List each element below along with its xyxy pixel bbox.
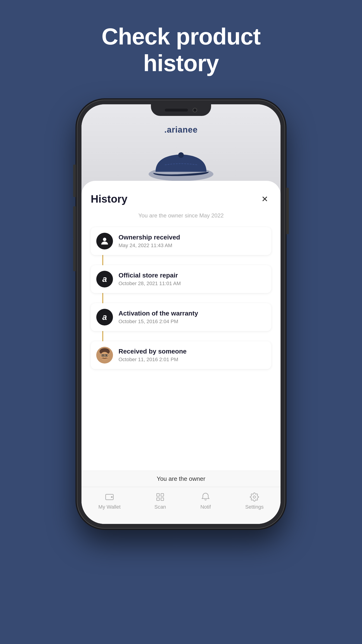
notch-camera <box>192 108 197 112</box>
timeline-item: Received by someone October 11, 2016 2:0… <box>91 341 271 369</box>
person-icon <box>100 236 110 246</box>
svg-point-19 <box>253 496 256 498</box>
gear-icon <box>249 492 260 502</box>
timeline-item: a Activation of the warranty October 15,… <box>91 303 271 331</box>
timeline-item-title: Ownership received <box>119 234 266 241</box>
nav-label-wallet: My Wallet <box>98 504 121 510</box>
svg-point-1 <box>178 152 184 158</box>
page-headline: Check product history <box>101 23 260 76</box>
nav-item-notif[interactable]: Notif <box>200 492 211 510</box>
svg-rect-18 <box>161 498 164 500</box>
timeline-item: a Official store repair October 28, 2021… <box>91 265 271 293</box>
timeline-connector <box>102 255 103 265</box>
brand-logo: .arianee <box>164 125 198 135</box>
svg-point-8 <box>102 355 104 356</box>
arianee-logo-letter-2: a <box>102 312 107 322</box>
timeline-item-title: Received by someone <box>119 348 266 355</box>
avatar-arianee-2: a <box>96 309 113 326</box>
scan-icon <box>154 492 166 502</box>
arianee-logo-letter: a <box>102 274 107 284</box>
timeline-item-title: Official store repair <box>119 272 266 279</box>
notch-speaker <box>165 109 188 112</box>
svg-rect-15 <box>157 494 160 496</box>
timeline-item-date: October 28, 2021 11:01 AM <box>119 280 266 286</box>
svg-rect-16 <box>161 494 164 496</box>
bell-icon <box>200 492 211 502</box>
nav-label-notif: Notif <box>200 504 211 510</box>
svg-point-9 <box>106 355 107 356</box>
timeline-connector <box>102 293 103 303</box>
avatar-arianee: a <box>96 271 113 288</box>
timeline-connector <box>102 331 103 341</box>
avatar-face <box>96 347 113 364</box>
timeline: Ownership received May 24, 2022 11:43 AM… <box>91 227 271 369</box>
nav-item-settings[interactable]: Settings <box>245 492 264 510</box>
nav-item-scan[interactable]: Scan <box>154 492 166 510</box>
timeline-item-title: Activation of the warranty <box>119 310 266 317</box>
nav-label-settings: Settings <box>245 504 264 510</box>
svg-rect-17 <box>157 498 160 500</box>
timeline-item-date: October 11, 2016 2:01 PM <box>119 356 266 362</box>
owner-strip: You are the owner <box>81 470 281 487</box>
owner-since-text: You are the owner since May 2022 <box>91 212 271 219</box>
wallet-icon <box>104 492 115 502</box>
timeline-item-info: Received by someone October 11, 2016 2:0… <box>119 348 266 362</box>
timeline-item-date: May 24, 2022 11:43 AM <box>119 242 266 248</box>
face-illustration <box>96 347 113 364</box>
timeline-item-info: Official store repair October 28, 2021 1… <box>119 272 266 286</box>
phone-notch <box>151 104 211 116</box>
svg-point-14 <box>111 496 112 497</box>
timeline-item: Ownership received May 24, 2022 11:43 AM <box>91 227 271 255</box>
owner-strip-text: You are the owner <box>157 475 205 482</box>
close-button[interactable] <box>258 192 271 206</box>
svg-point-4 <box>103 238 106 241</box>
modal-title: History <box>91 193 127 205</box>
bottom-nav: My Wallet Scan <box>81 487 281 524</box>
nav-label-scan: Scan <box>154 504 166 510</box>
timeline-item-date: October 15, 2016 2:04 PM <box>119 318 266 324</box>
modal-header: History <box>91 192 271 206</box>
timeline-item-info: Activation of the warranty October 15, 2… <box>119 310 266 324</box>
nav-item-wallet[interactable]: My Wallet <box>98 492 121 510</box>
phone-mockup: .arianee History <box>77 100 285 528</box>
timeline-item-info: Ownership received May 24, 2022 11:43 AM <box>119 234 266 248</box>
avatar-person <box>96 233 113 250</box>
phone-screen: .arianee History <box>81 104 281 524</box>
